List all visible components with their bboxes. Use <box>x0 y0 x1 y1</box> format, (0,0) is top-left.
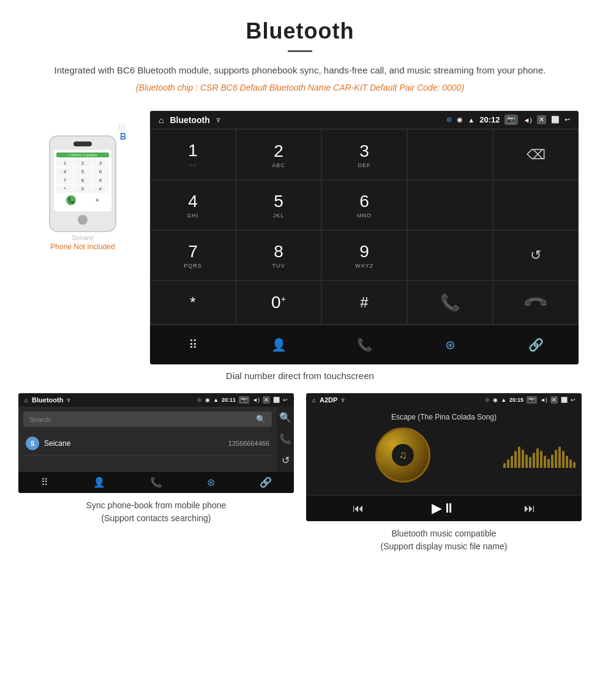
pb-contacts-icon[interactable]: 👤 <box>93 476 105 488</box>
visualizer-bar <box>544 456 546 468</box>
pb-sync-icon[interactable]: ↺ <box>282 454 290 466</box>
album-art: ♫ <box>375 427 430 483</box>
phone-key-6: 6 <box>92 168 109 176</box>
pb-bt-icon: ⊛ <box>197 397 202 403</box>
dial-key-6[interactable]: 6MNO <box>321 180 407 230</box>
phone-key-5: 5 <box>74 168 91 176</box>
phone-key-hash: # <box>92 185 109 193</box>
pb-caption: Sync phone-book from mobile phone (Suppo… <box>18 499 294 525</box>
visualizer-bar <box>547 459 550 468</box>
pb-call-icon[interactable]: 📞 <box>279 433 291 445</box>
contact-row: S Seicane 13566664466 <box>23 432 272 456</box>
visualizer-bar <box>540 451 542 468</box>
dial-key-2[interactable]: 2ABC <box>236 129 321 180</box>
dial-empty-3 <box>493 180 579 230</box>
phone-home-button <box>78 215 88 225</box>
dial-caption: Dial number direct from touchscreen <box>0 371 600 381</box>
phone-key-4: 4 <box>56 168 73 176</box>
dial-bottom-bar: ⠿ 👤 📞 ⊛ 🔗 <box>150 325 579 364</box>
phone-screen: + Add to Contacts 1 2 3 4 5 6 7 8 9 * 0 … <box>54 150 111 211</box>
seicane-watermark: Seicane <box>72 235 94 241</box>
phonebook-block: ⌂ Bluetooth ⍒ ⊛ ◉ ▲ 20:11 📷 ◄) ✕ ⬜ ↩ <box>18 393 294 553</box>
music-win-icon: ⬜ <box>561 397 568 403</box>
bluetooth-float-icon: ʙ <box>119 128 127 143</box>
pb-phone-icon[interactable]: 📞 <box>150 476 162 488</box>
phone-not-included-label: Phone Not Included <box>50 243 114 251</box>
phone-speaker <box>73 141 92 146</box>
bottom-bluetooth-icon[interactable]: ⊛ <box>438 333 462 357</box>
page-title: Bluetooth <box>12 18 588 44</box>
contact-name: Seicane <box>44 439 223 448</box>
music-time: 20:15 <box>509 397 523 403</box>
pb-time: 20:11 <box>222 397 236 403</box>
phone-add-contact: + Add to Contacts <box>56 152 109 157</box>
header-divider <box>288 50 312 52</box>
music-statusbar: ⌂ A2DP ⍒ ⊛ ◉ ▲ 20:15 📷 ◄) ✕ ⬜ ↩ <box>306 393 582 407</box>
dial-call-button[interactable]: 📞 <box>407 280 493 325</box>
window-icon: ⬜ <box>551 116 560 124</box>
close-icon: ✕ <box>537 115 546 124</box>
pb-back-icon: ↩ <box>283 397 288 403</box>
phonebook-area: Search 🔍 S Seicane 13566664466 🔍 📞 ↺ <box>18 407 294 471</box>
visualizer-bar <box>533 453 535 468</box>
pb-close-icon: ✕ <box>263 396 270 404</box>
pb-camera-icon: 📷 <box>239 396 249 404</box>
pb-link-icon[interactable]: 🔗 <box>260 476 272 488</box>
phone-key-0: 0 <box>74 185 91 193</box>
search-bar[interactable]: Search 🔍 <box>23 412 272 427</box>
back-icon: ↩ <box>564 116 570 124</box>
dial-key-star[interactable]: * <box>150 280 236 325</box>
dial-empty-4 <box>407 230 493 280</box>
pb-vol-icon: ◄) <box>252 397 260 403</box>
pb-search-icon[interactable]: 🔍 <box>279 412 291 423</box>
visualizer-bar <box>573 462 576 468</box>
dial-key-hash[interactable]: # <box>321 280 407 325</box>
dial-key-1[interactable]: 1○○ <box>150 129 236 180</box>
android-dial-screen: ⌂ Bluetooth ⍒ ⊛ ◉ ▲ 20:12 📷 ◄) ✕ ⬜ ↩ 1○○ <box>150 111 579 364</box>
dial-backspace[interactable]: ⌫ <box>493 129 579 180</box>
music-statusbar-right: ⊛ ◉ ▲ 20:15 📷 ◄) ✕ ⬜ ↩ <box>485 396 576 404</box>
bottom-apps-icon[interactable]: ⠿ <box>181 333 205 357</box>
dial-key-8[interactable]: 8TUV <box>236 230 321 280</box>
dial-key-7[interactable]: 7PQRS <box>150 230 236 280</box>
music-app-name: A2DP <box>320 396 337 404</box>
music-bt-icon: ⊛ <box>485 397 490 403</box>
pb-apps-icon[interactable]: ⠿ <box>41 476 48 488</box>
statusbar-right: ⊛ ◉ ▲ 20:12 📷 ◄) ✕ ⬜ ↩ <box>446 115 570 125</box>
music-next-icon[interactable]: ⏭ <box>524 502 535 515</box>
bottom-screens: ⌂ Bluetooth ⍒ ⊛ ◉ ▲ 20:11 📷 ◄) ✕ ⬜ ↩ <box>0 393 600 553</box>
dial-key-9[interactable]: 9WXYZ <box>321 230 407 280</box>
album-inner: ♫ <box>392 444 414 466</box>
dial-key-3[interactable]: 3DEF <box>321 129 407 180</box>
dial-key-4[interactable]: 4GHI <box>150 180 236 230</box>
pb-statusbar-left: ⌂ Bluetooth ⍒ <box>24 396 70 404</box>
home-icon: ⌂ <box>159 115 163 125</box>
phone-call-button: 📞 <box>66 195 76 205</box>
contact-avatar: S <box>26 437 39 450</box>
visualizer-bar <box>555 450 557 468</box>
dial-refresh[interactable]: ↺ <box>493 230 579 280</box>
page-header: Bluetooth Integrated with BC6 Bluetooth … <box>0 0 600 111</box>
search-placeholder: Search <box>29 416 51 423</box>
music-prev-icon[interactable]: ⏮ <box>353 502 364 515</box>
dial-key-5[interactable]: 5JKL <box>236 180 321 230</box>
music-play-pause-icon[interactable]: ▶⏸ <box>432 500 456 516</box>
music-controls: ⏮ ▶⏸ ⏭ <box>306 495 582 521</box>
song-title: Escape (The Pina Colada Song) <box>312 413 576 421</box>
pb-statusbar: ⌂ Bluetooth ⍒ ⊛ ◉ ▲ 20:11 📷 ◄) ✕ ⬜ ↩ <box>18 393 294 407</box>
pb-bt-nav-icon[interactable]: ⊛ <box>207 476 215 488</box>
bottom-link-icon[interactable]: 🔗 <box>523 333 548 357</box>
dial-section: ))) ʙ + Add to Contacts 1 2 3 4 5 6 7 8 … <box>0 111 600 364</box>
visualizer-bar <box>507 459 509 468</box>
location-icon: ◉ <box>457 116 463 124</box>
dial-end-button[interactable]: 📞 <box>493 280 579 325</box>
music-signal-icon: ▲ <box>501 397 506 403</box>
dial-empty-1 <box>407 129 493 180</box>
phonebook-content: Search 🔍 S Seicane 13566664466 <box>18 407 277 471</box>
dial-key-0[interactable]: 0+ <box>236 280 321 325</box>
bottom-phone-icon[interactable]: 📞 <box>352 333 377 357</box>
bottom-contacts-icon[interactable]: 👤 <box>266 333 291 357</box>
music-block: ⌂ A2DP ⍒ ⊛ ◉ ▲ 20:15 📷 ◄) ✕ ⬜ ↩ Escape <box>306 393 582 553</box>
pb-win-icon: ⬜ <box>273 397 280 403</box>
phonebook-screen: ⌂ Bluetooth ⍒ ⊛ ◉ ▲ 20:11 📷 ◄) ✕ ⬜ ↩ <box>18 393 294 493</box>
